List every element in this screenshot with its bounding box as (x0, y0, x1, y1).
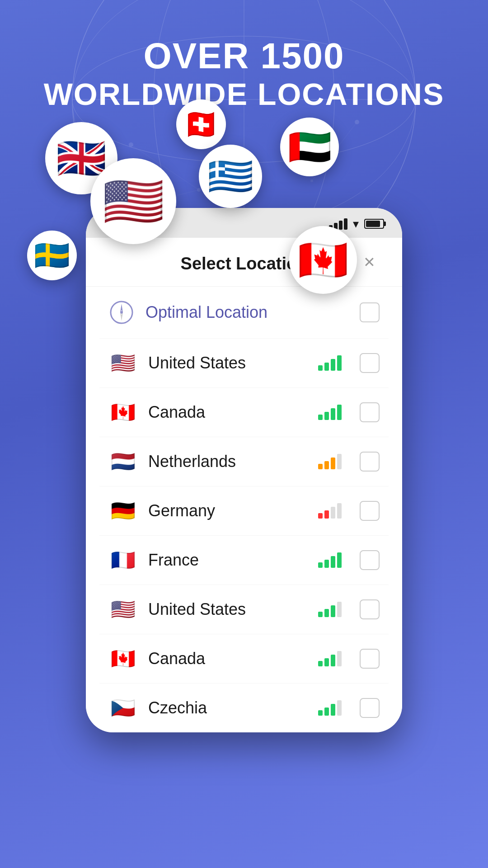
location-name: United States (148, 354, 307, 373)
header-line1: OVER 1500 (0, 36, 488, 76)
flag-us: 🇺🇸 (90, 158, 176, 244)
flag-icon: 🇫🇷 (108, 548, 137, 572)
list-item[interactable]: Optimal Location (99, 287, 389, 339)
flag-ae: 🇦🇪 (280, 118, 339, 176)
flag-icon: 🇨🇦 (108, 647, 137, 670)
signal-icon (318, 405, 342, 420)
compass-icon (108, 299, 135, 326)
svg-point-7 (197, 188, 201, 192)
signal-icon (318, 602, 342, 617)
signal-icon (318, 700, 342, 716)
location-name: Germany (148, 501, 307, 520)
flag-icon: 🇩🇪 (108, 499, 137, 523)
flag-icon: 🇳🇱 (108, 450, 137, 473)
svg-point-6 (129, 142, 133, 147)
signal-icon (318, 651, 342, 666)
flag-ca: 🇨🇦 (289, 226, 357, 294)
location-name: United States (148, 600, 307, 619)
location-checkbox[interactable] (360, 599, 380, 619)
location-name: Optimal Location (145, 303, 349, 322)
list-item[interactable]: 🇳🇱 Netherlands (99, 437, 389, 486)
location-name: Canada (148, 649, 307, 668)
location-checkbox[interactable] (360, 501, 380, 521)
signal-icon (318, 503, 342, 519)
location-checkbox[interactable] (360, 302, 380, 322)
location-checkbox[interactable] (360, 402, 380, 422)
location-name: France (148, 551, 307, 570)
flag-icon: 🇺🇸 (108, 351, 137, 375)
location-name: Netherlands (148, 452, 307, 471)
wifi-icon: ▾ (353, 217, 359, 231)
flag-gr: 🇬🇷 (199, 145, 262, 208)
close-button[interactable]: ✕ (359, 252, 380, 273)
location-checkbox[interactable] (360, 550, 380, 570)
modal-content: Select Location ✕ Optimal Location (86, 238, 402, 732)
flag-icon: 🇨🇦 (108, 401, 137, 424)
svg-point-10 (310, 179, 313, 182)
signal-icon (318, 454, 342, 469)
flag-icon: 🇨🇿 (108, 696, 137, 720)
location-checkbox[interactable] (360, 353, 380, 373)
header-line2: WORLDWIDE LOCATIONS (0, 76, 488, 113)
flag-se: 🇸🇪 (27, 231, 77, 280)
list-item[interactable]: 🇩🇪 Germany (99, 486, 389, 536)
flag-ch: 🇨🇭 (176, 99, 226, 149)
location-checkbox[interactable] (360, 452, 380, 472)
header-section: OVER 1500 WORLDWIDE LOCATIONS (0, 36, 488, 113)
list-item[interactable]: 🇫🇷 France (99, 536, 389, 585)
list-item[interactable]: 🇨🇿 Czechia (99, 684, 389, 732)
flag-icon: 🇺🇸 (108, 598, 137, 621)
location-list: Optimal Location 🇺🇸 United States 🇨🇦 Can… (86, 287, 402, 732)
list-item[interactable]: 🇨🇦 Canada (99, 634, 389, 684)
location-name: Canada (148, 403, 307, 422)
list-item[interactable]: 🇨🇦 Canada (99, 388, 389, 437)
location-checkbox[interactable] (360, 698, 380, 718)
phone-mockup: 9:41 ▾ Select Location ✕ (86, 208, 402, 732)
list-item[interactable]: 🇺🇸 United States (99, 339, 389, 388)
svg-point-9 (355, 120, 359, 124)
list-item[interactable]: 🇺🇸 United States (99, 585, 389, 634)
signal-icon (318, 355, 342, 371)
location-name: Czechia (148, 698, 307, 717)
battery-icon (364, 219, 384, 229)
location-checkbox[interactable] (360, 649, 380, 669)
signal-icon (318, 552, 342, 568)
modal-title: Select Location (181, 254, 308, 274)
